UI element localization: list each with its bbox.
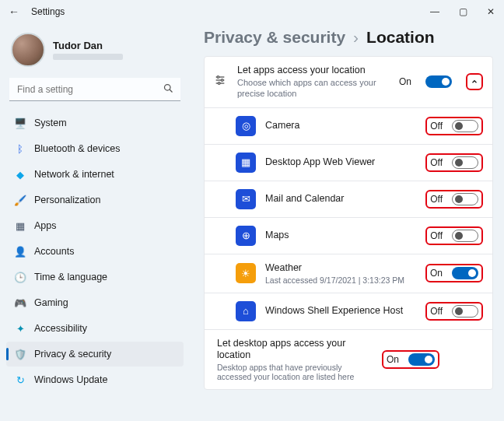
nav-list: 🖥️SystemᛒBluetooth & devices◆Network & i… <box>6 111 184 392</box>
app-toggle[interactable] <box>452 230 478 242</box>
app-row: ◎CameraOff <box>205 107 492 144</box>
section-subtitle: Choose which apps can access your precis… <box>237 78 390 100</box>
sidebar-item-personalization[interactable]: 🖌️Personalization <box>6 188 184 212</box>
sidebar-item-label: Bluetooth & devices <box>34 143 121 154</box>
svg-point-6 <box>221 79 223 82</box>
nav-icon: ✦ <box>14 322 26 335</box>
app-state-label: Off <box>430 157 443 168</box>
sidebar-item-label: Accessibility <box>34 323 87 334</box>
app-row: ✉Mail and CalendarOff <box>205 181 492 217</box>
app-state-label: On <box>430 268 443 279</box>
app-name: Weather <box>265 262 416 274</box>
sidebar: Tudor Dan 🖥️SystemᛒBluetooth & devices◆N… <box>0 23 190 421</box>
nav-icon: ◆ <box>14 168 26 181</box>
nav-icon: 🛡️ <box>14 348 26 360</box>
app-name: Desktop App Web Viewer <box>265 156 416 168</box>
sidebar-item-bluetooth-devices[interactable]: ᛒBluetooth & devices <box>6 136 184 161</box>
maximize-button[interactable]: ▢ <box>456 5 470 19</box>
app-icon: ⌂ <box>236 301 256 321</box>
svg-point-0 <box>165 85 171 91</box>
sidebar-item-label: Time & language <box>34 272 107 282</box>
sliders-icon <box>214 74 228 89</box>
app-name: Camera <box>265 120 416 132</box>
app-name: Mail and Calendar <box>265 193 416 205</box>
sidebar-item-privacy-security[interactable]: 🛡️Privacy & security <box>6 342 184 367</box>
svg-line-1 <box>170 89 172 92</box>
nav-icon: 👤 <box>14 245 26 258</box>
nav-icon: 🖥️ <box>14 117 26 129</box>
sidebar-item-label: Personalization <box>34 195 100 205</box>
app-row: ⊕MapsOff <box>205 217 492 254</box>
app-icon: ⊕ <box>236 226 256 246</box>
user-email-placeholder <box>53 54 123 60</box>
section-toggle[interactable] <box>425 75 452 88</box>
nav-icon: 🖌️ <box>14 194 26 206</box>
app-row: ⌂Windows Shell Experience HostOff <box>205 293 492 329</box>
app-state-label: Off <box>430 121 443 132</box>
sidebar-item-label: Privacy & security <box>34 349 111 360</box>
sidebar-item-system[interactable]: 🖥️System <box>6 111 184 135</box>
app-toggle[interactable] <box>452 267 478 279</box>
chevron-right-icon: › <box>353 28 359 47</box>
breadcrumb-leaf: Location <box>366 28 435 47</box>
sidebar-item-windows-update[interactable]: ↻Windows Update <box>6 367 184 392</box>
app-row: ▦Desktop App Web ViewerOff <box>205 144 492 181</box>
sidebar-item-network-internet[interactable]: ◆Network & internet <box>6 162 184 187</box>
sidebar-item-accounts[interactable]: 👤Accounts <box>6 239 184 264</box>
app-name: Maps <box>265 230 416 241</box>
sidebar-item-time-language[interactable]: 🕒Time & language <box>6 265 184 289</box>
sidebar-item-label: Apps <box>34 220 57 231</box>
title-bar: ← Settings — ▢ ✕ <box>0 0 504 23</box>
footer-subtitle: Desktop apps that have previously access… <box>217 363 373 381</box>
footer-toggle[interactable] <box>408 353 435 366</box>
app-toggle[interactable] <box>452 193 478 205</box>
back-button[interactable]: ← <box>6 5 22 18</box>
user-name: Tudor Dan <box>53 40 123 51</box>
nav-icon: 🕒 <box>14 271 26 283</box>
app-toggle[interactable] <box>452 156 478 169</box>
section-header: Let apps access your location Choose whi… <box>205 57 492 107</box>
nav-icon: 🎮 <box>14 296 26 309</box>
sidebar-item-gaming[interactable]: 🎮Gaming <box>6 290 184 315</box>
breadcrumb: Privacy & security › Location <box>204 28 493 47</box>
search-box[interactable] <box>9 78 180 101</box>
app-state-label: Off <box>430 194 443 205</box>
avatar <box>11 33 45 67</box>
sidebar-item-label: System <box>34 118 67 128</box>
collapse-button[interactable] <box>466 73 483 90</box>
app-toggle[interactable] <box>452 120 478 132</box>
app-row: ☀WeatherLast accessed 9/17/2021 | 3:13:2… <box>205 254 492 293</box>
app-icon: ✉ <box>236 189 256 209</box>
profile-block[interactable]: Tudor Dan <box>6 28 184 76</box>
sidebar-item-label: Gaming <box>34 297 68 308</box>
svg-point-5 <box>217 76 219 79</box>
app-subtitle: Last accessed 9/17/2021 | 3:13:23 PM <box>265 275 416 285</box>
app-state-label: Off <box>430 306 443 317</box>
nav-icon: ▦ <box>14 219 26 232</box>
app-icon: ◎ <box>236 116 256 136</box>
location-apps-card: Let apps access your location Choose whi… <box>204 56 493 390</box>
app-icon: ☀ <box>236 263 256 283</box>
main-content: Privacy & security › Location Let apps a… <box>190 23 504 421</box>
search-input[interactable] <box>9 78 180 101</box>
app-toggle[interactable] <box>452 305 478 318</box>
nav-icon: ᛒ <box>14 142 26 155</box>
footer-title: Let desktop apps access your location <box>217 338 373 361</box>
desktop-apps-row: Let desktop apps access your location De… <box>205 329 492 389</box>
app-name: Windows Shell Experience Host <box>265 305 416 317</box>
sidebar-item-accessibility[interactable]: ✦Accessibility <box>6 316 184 341</box>
nav-icon: ↻ <box>14 374 26 386</box>
search-icon <box>163 82 174 96</box>
sidebar-item-label: Accounts <box>34 246 74 257</box>
sidebar-item-apps[interactable]: ▦Apps <box>6 213 184 238</box>
minimize-button[interactable]: — <box>428 5 442 19</box>
footer-state-label: On <box>387 354 399 365</box>
sidebar-item-label: Network & internet <box>34 169 114 180</box>
section-state-label: On <box>399 76 411 87</box>
sidebar-item-label: Windows Update <box>34 374 108 385</box>
breadcrumb-parent[interactable]: Privacy & security <box>204 28 345 47</box>
section-title: Let apps access your location <box>237 65 390 76</box>
close-button[interactable]: ✕ <box>484 5 498 19</box>
app-state-label: Off <box>430 230 443 241</box>
window-title: Settings <box>31 6 65 17</box>
